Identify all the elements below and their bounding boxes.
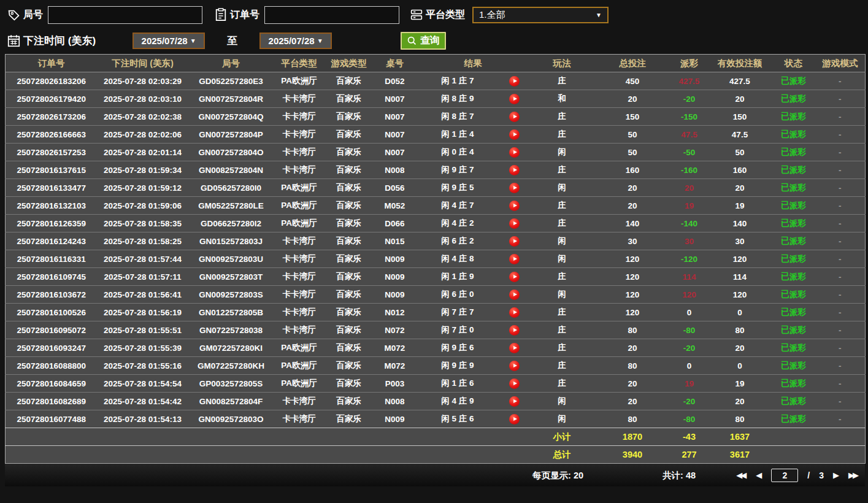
pagination-bar: 每页显示: 20 共计: 48 ◀◀ ◀ 2 / 3 ▶ ▶▶ <box>5 464 865 486</box>
cell-payout: -160 <box>671 161 708 179</box>
order-no-input[interactable] <box>264 6 399 24</box>
table-row: 250728016109745 2025-07-28 01:57:11 GN00… <box>6 268 866 286</box>
next-page-icon[interactable]: ▶ <box>833 470 839 480</box>
cell-payout: -80 <box>671 321 708 339</box>
cell-total-bet: 20 <box>594 197 671 215</box>
cell-status: 已派彩 <box>772 161 815 179</box>
cell-order-id: 250728026157253 <box>6 144 98 161</box>
cell-total-bet: 20 <box>594 375 671 393</box>
cell-game-no: GD056257280I0 <box>188 179 274 197</box>
play-video-icon[interactable] <box>509 361 520 371</box>
cell-payout: -20 <box>671 393 708 410</box>
play-video-icon[interactable] <box>509 236 520 247</box>
table-body: 250728026183206 2025-07-28 02:03:29 GD05… <box>6 72 866 428</box>
play-video-icon[interactable] <box>509 254 520 264</box>
cell-status: 已派彩 <box>772 197 815 215</box>
table-row: 250728016077488 2025-07-28 01:54:13 GN00… <box>6 410 866 428</box>
play-video-icon[interactable] <box>509 378 520 389</box>
cell-platform: PA欧洲厅 <box>274 197 325 215</box>
query-button[interactable]: 查询 <box>401 32 446 50</box>
game-no-label: 局号 <box>23 9 43 21</box>
chevron-down-icon: ▼ <box>317 37 323 44</box>
last-page-icon[interactable]: ▶▶ <box>848 470 859 480</box>
header-bet-type: 玩法 <box>530 55 594 72</box>
first-page-icon[interactable]: ◀◀ <box>736 470 747 480</box>
cell-bet-time: 2025-07-28 02:02:06 <box>98 126 188 144</box>
table-row: 250728016082689 2025-07-28 01:54:42 GN00… <box>6 393 866 410</box>
cell-replay <box>499 304 530 321</box>
play-video-icon[interactable] <box>509 201 520 211</box>
cell-game-type: 百家乐 <box>325 179 374 197</box>
play-video-icon[interactable] <box>509 94 520 104</box>
cell-table-no: M052 <box>374 197 417 215</box>
cell-valid-bet: 120 <box>708 286 772 304</box>
table-row: 250728026179420 2025-07-28 02:03:10 GN00… <box>6 90 866 108</box>
table-row: 250728016133477 2025-07-28 01:59:12 GD05… <box>6 179 866 197</box>
cell-table-no: P003 <box>374 375 417 393</box>
header-status: 状态 <box>772 55 815 72</box>
cell-platform: PA欧洲厅 <box>274 179 325 197</box>
play-video-icon[interactable] <box>509 112 520 122</box>
date-to-select[interactable]: 2025/07/28 ▼ <box>259 33 332 49</box>
play-video-icon[interactable] <box>509 290 520 300</box>
cell-replay <box>499 144 530 161</box>
cell-game-type: 百家乐 <box>325 339 374 357</box>
cell-game-type: 百家乐 <box>325 304 374 321</box>
cell-bet-type: 庄 <box>530 304 594 321</box>
table-header-row: 订单号 下注时间 (美东) 局号 平台类型 游戏类型 桌号 结果 玩法 总投注 … <box>6 55 866 72</box>
cell-bet-time: 2025-07-28 01:54:42 <box>98 393 188 410</box>
play-video-icon[interactable] <box>509 76 520 86</box>
play-video-icon[interactable] <box>509 414 520 424</box>
cell-bet-time: 2025-07-28 01:57:44 <box>98 250 188 268</box>
search-icon <box>407 36 417 46</box>
cell-status: 已派彩 <box>772 321 815 339</box>
cell-game-mode: - <box>815 144 866 161</box>
play-video-icon[interactable] <box>509 325 520 336</box>
cell-valid-bet: 19 <box>708 375 772 393</box>
cell-status: 已派彩 <box>772 126 815 144</box>
cell-payout: 19 <box>671 375 708 393</box>
cell-game-type: 百家乐 <box>325 144 374 161</box>
date-from-select[interactable]: 2025/07/28 ▼ <box>133 33 205 49</box>
cell-result: 闲 1 庄 7 <box>417 72 499 90</box>
play-video-icon[interactable] <box>509 147 520 158</box>
cell-table-no: N009 <box>374 410 417 428</box>
play-video-icon[interactable] <box>509 307 520 318</box>
cell-result: 闲 9 庄 5 <box>417 179 499 197</box>
cell-game-no: GN0092572803O <box>188 410 274 428</box>
tag-icon <box>7 9 20 21</box>
cell-result: 闲 4 庄 8 <box>417 250 499 268</box>
cell-bet-time: 2025-07-28 02:01:14 <box>98 144 188 161</box>
prev-page-icon[interactable]: ◀ <box>756 470 762 480</box>
play-video-icon[interactable] <box>509 396 520 407</box>
subtotal-total-bet: 1870 <box>594 428 671 446</box>
cell-game-mode: - <box>815 72 866 90</box>
play-video-icon[interactable] <box>509 183 520 193</box>
play-video-icon[interactable] <box>509 343 520 353</box>
cell-payout: 427.5 <box>671 72 708 90</box>
cell-table-no: D066 <box>374 215 417 232</box>
platform-type-select[interactable]: 1.全部 ▼ <box>472 7 609 23</box>
date-to-value: 2025/07/28 <box>269 36 315 46</box>
play-video-icon[interactable] <box>509 272 520 282</box>
cell-game-type: 百家乐 <box>325 410 374 428</box>
play-video-icon[interactable] <box>509 165 520 175</box>
header-game-type: 游戏类型 <box>325 55 374 72</box>
cell-platform: 卡卡湾厅 <box>274 108 325 126</box>
cell-total-bet: 80 <box>594 357 671 375</box>
table-row: 250728016116331 2025-07-28 01:57:44 GN00… <box>6 250 866 268</box>
cell-game-type: 百家乐 <box>325 215 374 232</box>
play-video-icon[interactable] <box>509 129 520 140</box>
game-no-input[interactable] <box>48 6 202 24</box>
cell-bet-time: 2025-07-28 02:03:29 <box>98 72 188 90</box>
cell-platform: 卡卡湾厅 <box>274 144 325 161</box>
total-count-label: 共计: <box>663 470 683 480</box>
cell-game-no: GN0072572804P <box>188 126 274 144</box>
calendar-icon <box>7 34 20 47</box>
cell-game-no: GN0082572804N <box>188 161 274 179</box>
play-video-icon[interactable] <box>509 218 520 229</box>
current-page-input[interactable]: 2 <box>771 469 798 482</box>
cell-valid-bet: 50 <box>708 144 772 161</box>
header-platform: 平台类型 <box>274 55 325 72</box>
cell-game-no: GN0072572804R <box>188 90 274 108</box>
